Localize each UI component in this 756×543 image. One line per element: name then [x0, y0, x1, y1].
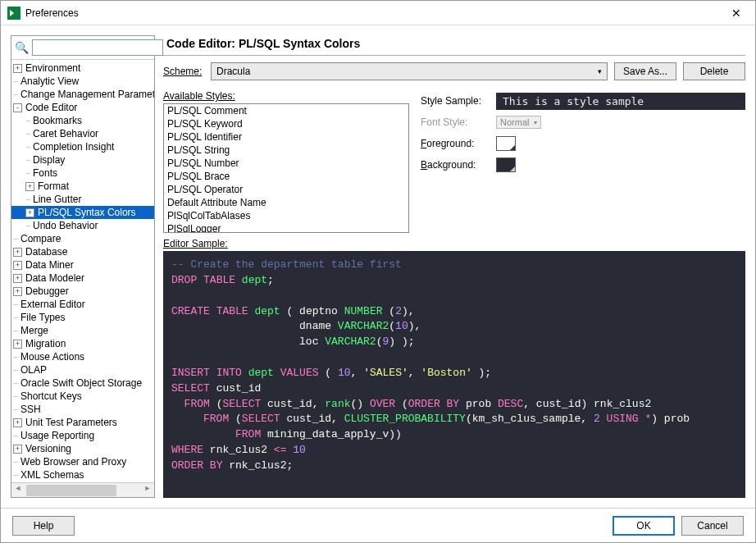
tree-item[interactable]: ····Merge	[11, 324, 154, 337]
ok-button[interactable]: OK	[613, 516, 675, 536]
list-item[interactable]: PL/SQL Operator	[164, 183, 408, 196]
titlebar: Preferences ✕	[1, 1, 755, 25]
close-button[interactable]: ✕	[717, 1, 755, 25]
tree-item-label: File Types	[20, 312, 65, 323]
list-item[interactable]: PL/SQL Identifier	[164, 130, 408, 144]
collapse-icon[interactable]: -	[13, 103, 22, 112]
tree-leaf-icon: ····	[13, 392, 18, 400]
background-color-picker[interactable]	[496, 157, 516, 172]
preferences-window: Preferences ✕ 🔍 +Environment····Analytic…	[0, 0, 756, 543]
tree-leaf-icon: ····	[13, 379, 18, 387]
expand-icon[interactable]: +	[25, 208, 34, 217]
expand-icon[interactable]: +	[13, 340, 22, 349]
tree-item[interactable]: +Debugger	[11, 285, 154, 298]
expand-icon[interactable]: +	[13, 248, 22, 257]
tree-item-label: Bookmarks	[33, 115, 82, 126]
tree-item[interactable]: +Environment	[11, 62, 154, 75]
expand-icon[interactable]: +	[13, 64, 22, 73]
tree-item[interactable]: ····Shortcut Keys	[11, 390, 154, 403]
tree-leaf-icon: ····	[25, 143, 30, 151]
tree-item-label: Data Miner	[25, 259, 74, 271]
scheme-select[interactable]: Dracula ▾	[211, 62, 608, 80]
tree-item-label: PL/SQL Syntax Colors	[38, 207, 136, 218]
tree-item[interactable]: +Versioning	[11, 442, 154, 455]
expand-icon[interactable]: +	[13, 287, 22, 296]
dialog-footer: Help OK Cancel	[1, 508, 755, 542]
list-item[interactable]: PL/SQL Comment	[164, 104, 408, 117]
tree-item[interactable]: ····Display	[11, 153, 154, 167]
tree-item-label: Unit Test Parameters	[25, 417, 117, 428]
list-item[interactable]: PL/SQL Brace	[164, 170, 408, 183]
list-item[interactable]: PlSqlColTabAlases	[164, 209, 408, 222]
tree-item[interactable]: ····OLAP	[11, 363, 154, 376]
tree-leaf-icon: ····	[25, 169, 30, 177]
list-item[interactable]: Default Attribute Name	[164, 196, 408, 209]
tree-horizontal-scrollbar[interactable]: ◄ ►	[11, 482, 154, 497]
help-button[interactable]: Help	[12, 516, 75, 536]
tree-item[interactable]: +Format	[11, 180, 154, 193]
tree-leaf-icon: ····	[25, 221, 30, 230]
tree-leaf-icon: ····	[25, 195, 30, 203]
tree-item[interactable]: ····SSH	[11, 403, 154, 416]
scroll-thumb[interactable]	[26, 485, 116, 496]
list-item[interactable]: PlSqlLogger	[164, 222, 408, 233]
tree-item[interactable]: ····Usage Reporting	[11, 429, 154, 442]
expand-icon[interactable]: +	[13, 445, 22, 454]
expand-icon[interactable]: +	[13, 261, 22, 270]
tree-item[interactable]: +Data Miner	[11, 258, 154, 272]
tree-item-label: Line Gutter	[33, 194, 81, 205]
list-item[interactable]: PL/SQL String	[164, 144, 408, 157]
editor-sample-label: Editor Sample:	[163, 238, 745, 249]
tree-item[interactable]: ····Fonts	[11, 167, 154, 180]
tree-item[interactable]: ····Undo Behavior	[11, 219, 154, 232]
font-style-label: Font Style:	[421, 116, 488, 128]
scroll-right-arrow-icon[interactable]: ►	[141, 484, 154, 497]
tree-item[interactable]: +PL/SQL Syntax Colors	[11, 206, 154, 219]
foreground-color-picker[interactable]	[496, 136, 516, 151]
tree-item[interactable]: ····Compare	[11, 232, 154, 245]
tree-item[interactable]: ····Analytic View	[11, 75, 154, 88]
tree-item-label: Fonts	[33, 167, 57, 179]
tree-item[interactable]: ····Completion Insight	[11, 140, 154, 153]
tree-item[interactable]: ····File Types	[11, 311, 154, 324]
category-tree[interactable]: +Environment····Analytic View····Change …	[11, 60, 154, 482]
tree-item-label: Format	[38, 180, 69, 192]
expand-icon[interactable]: +	[25, 182, 34, 191]
background-label: Background:	[421, 159, 488, 171]
search-icon: 🔍	[15, 41, 29, 54]
tree-item-label: SSH	[20, 404, 41, 415]
tree-item[interactable]: ····External Editor	[11, 298, 154, 311]
tree-item-label: Database	[25, 246, 67, 258]
tree-item[interactable]: ····Line Gutter	[11, 193, 154, 206]
tree-item-label: Analytic View	[20, 75, 79, 87]
expand-icon[interactable]: +	[13, 418, 22, 427]
scroll-left-arrow-icon[interactable]: ◄	[11, 484, 25, 497]
tree-item-label: Debugger	[25, 285, 69, 297]
tree-item-label: Data Modeler	[25, 272, 84, 284]
tree-item[interactable]: ····Mouse Actions	[11, 350, 154, 363]
tree-item[interactable]: -Code Editor	[11, 101, 154, 114]
tree-item[interactable]: ····Caret Behavior	[11, 127, 154, 140]
save-as-button[interactable]: Save As...	[614, 62, 676, 80]
tree-item[interactable]: +Data Modeler	[11, 272, 154, 285]
delete-button[interactable]: Delete	[683, 62, 745, 80]
tree-item[interactable]: +Database	[11, 245, 154, 258]
tree-item[interactable]: ····Change Management Parameters	[11, 88, 154, 101]
tree-leaf-icon: ····	[25, 116, 30, 125]
cancel-button[interactable]: Cancel	[681, 516, 744, 536]
tree-item[interactable]: ····Web Browser and Proxy	[11, 455, 154, 468]
tree-leaf-icon: ····	[13, 458, 18, 466]
list-item[interactable]: PL/SQL Number	[164, 157, 408, 170]
category-tree-pane: 🔍 +Environment····Analytic View····Chang…	[11, 35, 155, 498]
tree-item[interactable]: ····Bookmarks	[11, 114, 154, 127]
expand-icon[interactable]: +	[13, 274, 22, 283]
list-item[interactable]: PL/SQL Keyword	[164, 117, 408, 130]
tree-item[interactable]: +Migration	[11, 337, 154, 350]
tree-item[interactable]: +Unit Test Parameters	[11, 416, 154, 429]
style-properties: Style Sample: This is a style sample Fon…	[421, 90, 745, 233]
available-styles-list[interactable]: PL/SQL CommentPL/SQL KeywordPL/SQL Ident…	[163, 103, 409, 233]
search-input[interactable]	[32, 39, 163, 56]
tree-item-label: XML Schemas	[20, 469, 84, 481]
tree-item[interactable]: ····Oracle Swift Object Storage	[11, 376, 154, 390]
tree-item[interactable]: ····XML Schemas	[11, 468, 154, 481]
